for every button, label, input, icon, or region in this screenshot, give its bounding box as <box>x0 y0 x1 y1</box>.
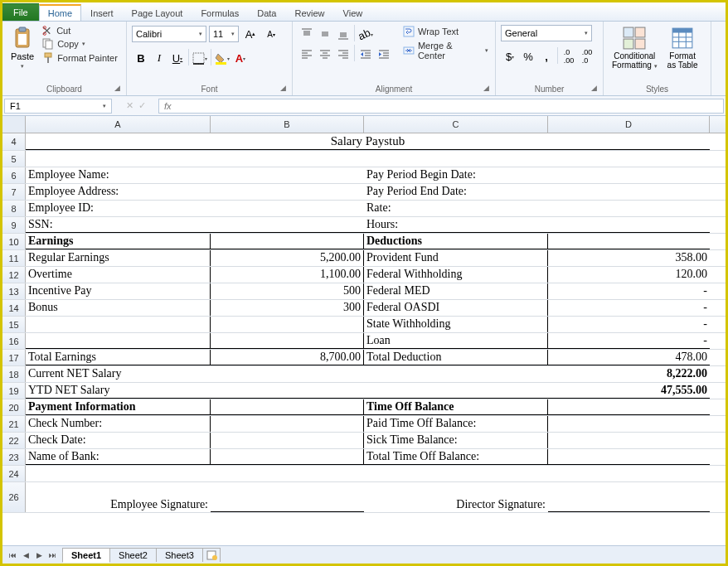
number-launcher[interactable]: ◢ <box>591 84 601 94</box>
row-header[interactable]: 13 <box>2 283 26 299</box>
cell[interactable]: - <box>548 300 710 316</box>
row-header[interactable]: 23 <box>2 449 26 465</box>
cell[interactable] <box>548 167 710 183</box>
row-header[interactable]: 7 <box>2 184 26 200</box>
col-header-a[interactable]: A <box>26 116 211 133</box>
cell[interactable]: 500 <box>211 283 364 299</box>
cell[interactable] <box>211 167 364 183</box>
borders-button[interactable]: ▾ <box>191 49 209 67</box>
cell[interactable] <box>26 333 211 349</box>
cell[interactable] <box>211 399 364 415</box>
cell[interactable]: Total Earnings <box>26 350 211 365</box>
tab-page-layout[interactable]: Page Layout <box>123 5 192 21</box>
cell[interactable]: Time Off Balance <box>364 399 548 415</box>
cell[interactable]: Payment Information <box>26 399 211 415</box>
cell[interactable]: 120.00 <box>548 267 710 283</box>
cell[interactable] <box>26 317 211 332</box>
cell[interactable]: - <box>548 333 710 349</box>
cell[interactable]: 358.00 <box>548 250 710 266</box>
currency-button[interactable]: $▾ <box>501 47 519 65</box>
cell[interactable]: Paid Time Off Balance: <box>364 416 548 432</box>
cell[interactable]: Employee Signature: <box>26 482 211 512</box>
wrap-text-button[interactable]: Wrap Text <box>401 25 490 38</box>
col-header-c[interactable]: C <box>364 116 548 133</box>
cell[interactable] <box>548 449 710 465</box>
cell[interactable] <box>548 184 710 200</box>
tab-view[interactable]: View <box>334 5 372 21</box>
cell[interactable] <box>548 399 710 415</box>
cell[interactable]: Hours: <box>364 217 548 233</box>
row-header[interactable]: 21 <box>2 416 26 432</box>
cell[interactable] <box>211 449 364 465</box>
cell[interactable] <box>364 383 548 399</box>
cell[interactable]: Employee Address: <box>26 184 211 200</box>
cell[interactable] <box>211 366 364 382</box>
decrease-decimal-button[interactable]: .00.0 <box>578 47 596 65</box>
select-all-corner[interactable] <box>2 116 26 133</box>
name-box[interactable]: F1▾ <box>4 99 112 114</box>
cell[interactable]: 300 <box>211 300 364 316</box>
increase-decimal-button[interactable]: .0.00 <box>560 47 578 65</box>
font-name-combo[interactable]: Calibri▾ <box>132 26 206 42</box>
cell[interactable]: 8,700.00 <box>211 350 364 365</box>
cell[interactable]: Regular Earnings <box>26 250 211 266</box>
cell[interactable]: 8,222.00 <box>548 366 710 382</box>
sheet-tab-1[interactable]: Sheet1 <box>62 548 110 563</box>
align-left-button[interactable] <box>298 45 316 63</box>
tab-formulas[interactable]: Formulas <box>192 5 248 21</box>
cell[interactable] <box>211 184 364 200</box>
cell[interactable] <box>364 466 548 481</box>
cell[interactable]: Total Deduction <box>364 350 548 365</box>
comma-button[interactable]: , <box>537 47 556 65</box>
new-sheet-button[interactable] <box>202 548 221 562</box>
cell[interactable] <box>211 433 364 448</box>
number-format-combo[interactable]: General▾ <box>501 25 592 41</box>
cell[interactable] <box>211 482 364 512</box>
tab-insert[interactable]: Insert <box>81 5 123 21</box>
row-header[interactable]: 20 <box>2 399 26 415</box>
cell[interactable]: Director Signature: <box>364 482 548 512</box>
cell[interactable] <box>26 466 211 481</box>
col-header-d[interactable]: D <box>548 116 710 133</box>
cell[interactable]: Check Date: <box>26 433 211 448</box>
cell[interactable]: Sick Time Balance: <box>364 433 548 448</box>
row-header[interactable]: 17 <box>2 350 26 365</box>
clipboard-launcher[interactable]: ◢ <box>114 84 124 94</box>
grow-font-button[interactable]: A▴ <box>241 25 260 43</box>
bold-button[interactable]: B <box>132 49 150 67</box>
font-size-combo[interactable]: 11▾ <box>209 26 239 42</box>
align-middle-button[interactable] <box>316 25 334 43</box>
cell[interactable] <box>211 151 364 167</box>
indent-increase-button[interactable] <box>375 45 393 63</box>
worksheet-grid[interactable]: A B C D 4 Salary Paystub 5 6Employee Nam… <box>2 116 726 545</box>
cell[interactable]: 47,555.00 <box>548 383 710 399</box>
row-header[interactable]: 8 <box>2 201 26 216</box>
align-bottom-button[interactable] <box>334 25 352 43</box>
cell[interactable]: Employee ID: <box>26 201 211 216</box>
sheet-nav-prev[interactable]: ◀ <box>19 549 32 562</box>
cell[interactable] <box>211 201 364 216</box>
row-header[interactable]: 26 <box>2 482 26 512</box>
cell[interactable]: Rate: <box>364 201 548 216</box>
cell[interactable] <box>548 482 710 512</box>
cell[interactable] <box>211 317 364 332</box>
sheet-nav-first[interactable]: ⏮ <box>6 549 19 562</box>
cell[interactable]: Loan <box>364 333 548 349</box>
cell[interactable]: Salary Paystub <box>26 133 710 150</box>
indent-decrease-button[interactable] <box>357 45 375 63</box>
cell[interactable]: Name of Bank: <box>26 449 211 465</box>
cell[interactable]: Total Time Off Balance: <box>364 449 548 465</box>
italic-button[interactable]: I <box>150 49 168 67</box>
align-top-button[interactable] <box>298 25 316 43</box>
cell[interactable]: Earnings <box>26 234 211 249</box>
cell[interactable]: Employee Name: <box>26 167 211 183</box>
cell[interactable]: Bonus <box>26 300 211 316</box>
cell[interactable] <box>211 466 364 481</box>
sheet-nav-next[interactable]: ▶ <box>32 549 46 562</box>
row-header[interactable]: 4 <box>2 133 26 150</box>
row-header[interactable]: 14 <box>2 300 26 316</box>
cell[interactable] <box>548 151 710 167</box>
cell[interactable]: YTD NET Salary <box>26 383 211 399</box>
shrink-font-button[interactable]: A▾ <box>262 25 280 43</box>
cell[interactable]: Federal OASDI <box>364 300 548 316</box>
